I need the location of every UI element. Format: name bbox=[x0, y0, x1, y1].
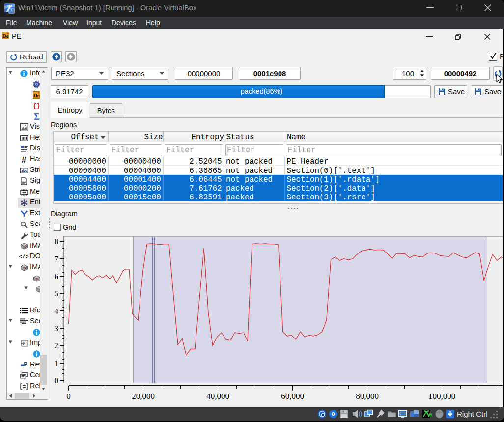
svg-text:A: A bbox=[10, 9, 13, 13]
svg-text:x64: x64 bbox=[7, 4, 13, 7]
